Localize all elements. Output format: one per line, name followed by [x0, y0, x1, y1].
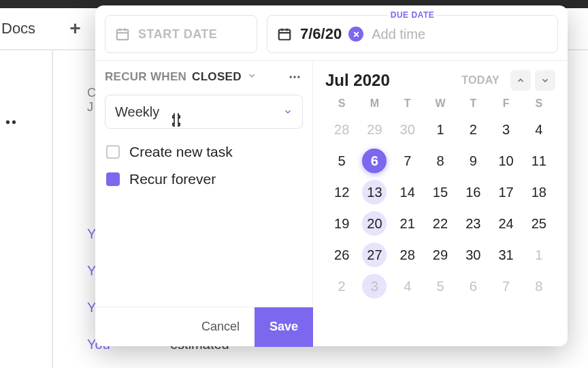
calendar-weekday-row: SMTWTFS — [325, 97, 555, 110]
calendar-day[interactable]: 8 — [424, 145, 457, 177]
calendar-day[interactable]: 14 — [391, 177, 424, 208]
calendar-day[interactable]: 30 — [457, 239, 489, 271]
svg-point-3 — [293, 76, 295, 78]
cancel-button[interactable]: Cancel — [186, 307, 255, 347]
calendar-weekday: T — [457, 97, 489, 110]
recurrence-footer: Cancel Save — [95, 307, 313, 346]
calendar-icon — [115, 27, 130, 42]
more-icon[interactable]: •• — [5, 114, 18, 130]
calendar-day[interactable]: 20 — [358, 208, 391, 239]
calendar-day[interactable]: 4 — [391, 271, 424, 302]
calendar-day[interactable]: 19 — [325, 208, 358, 239]
svg-point-4 — [297, 76, 299, 78]
calendar-weekday: M — [358, 97, 391, 110]
add-time-button[interactable]: Add time — [372, 27, 425, 42]
calendar-day[interactable]: 28 — [391, 239, 424, 271]
svg-rect-1 — [279, 30, 291, 40]
calendar-day[interactable]: 2 — [325, 271, 358, 302]
start-date-field[interactable]: START DATE — [105, 15, 257, 53]
save-button[interactable]: Save — [255, 307, 313, 347]
calendar-day[interactable]: 7 — [391, 145, 424, 177]
calendar-day[interactable]: 16 — [457, 177, 489, 208]
calendar-day[interactable]: 11 — [523, 145, 555, 177]
toolbar-add[interactable]: + — [69, 18, 80, 40]
calendar-day[interactable]: 6 — [457, 271, 489, 302]
prev-month-button[interactable] — [510, 70, 531, 91]
calendar-weekday: F — [489, 97, 522, 110]
calendar-day[interactable]: 5 — [424, 271, 457, 302]
calendar-day[interactable]: 17 — [489, 177, 522, 208]
calendar-day[interactable]: 12 — [325, 177, 358, 208]
calendar-day[interactable]: 18 — [523, 177, 555, 208]
chevron-down-icon[interactable] — [247, 70, 257, 84]
calendar-day[interactable]: 25 — [523, 208, 555, 239]
more-options-button[interactable] — [287, 69, 303, 85]
frequency-select[interactable]: Weekly — [105, 95, 303, 129]
calendar-weekday: T — [391, 97, 424, 110]
option-label: Recur forever — [129, 171, 216, 187]
recur-forever-option[interactable]: Recur forever — [105, 166, 303, 193]
calendar-pane: Jul 2020 TODAY SMTWTFS 28293012345678910… — [313, 61, 568, 346]
calendar-day[interactable]: 4 — [523, 114, 555, 145]
cursor-icon — [168, 112, 184, 129]
calendar-day[interactable]: 3 — [358, 271, 391, 302]
calendar-day[interactable]: 30 — [391, 114, 424, 145]
calendar-day[interactable]: 29 — [358, 114, 391, 145]
start-date-placeholder: START DATE — [138, 27, 217, 42]
next-month-button[interactable] — [535, 70, 555, 91]
calendar-day[interactable]: 9 — [457, 145, 489, 177]
calendar-weekday: W — [424, 97, 457, 110]
toolbar-docs[interactable]: Docs — [1, 20, 35, 37]
calendar-day[interactable]: 1 — [523, 239, 555, 271]
due-date-label: DUE DATE — [388, 10, 437, 20]
calendar-day[interactable]: 3 — [489, 114, 522, 145]
calendar-weekday: S — [523, 97, 555, 110]
calendar-day[interactable]: 26 — [325, 239, 358, 271]
today-button[interactable]: TODAY — [461, 74, 500, 87]
create-new-task-option[interactable]: Create new task — [105, 138, 303, 166]
calendar-day[interactable]: 29 — [424, 239, 457, 271]
calendar-day[interactable]: 5 — [325, 145, 358, 177]
due-date-field[interactable]: DUE DATE 7/6/20 Add time — [267, 15, 558, 53]
calendar-day[interactable]: 31 — [489, 239, 522, 271]
calendar-day[interactable]: 21 — [391, 208, 424, 239]
calendar-day[interactable]: 27 — [358, 239, 391, 271]
checkbox-icon — [106, 145, 120, 159]
recur-state[interactable]: CLOSED — [192, 70, 242, 84]
calendar-day[interactable]: 6 — [358, 145, 391, 177]
calendar-icon — [277, 27, 292, 42]
calendar-day[interactable]: 10 — [489, 145, 522, 177]
calendar-day[interactable]: 13 — [358, 177, 391, 208]
calendar-day[interactable]: 24 — [489, 208, 522, 239]
calendar-day[interactable]: 23 — [457, 208, 489, 239]
date-recurrence-popover: START DATE DUE DATE 7/6/20 Add time RECU… — [95, 5, 568, 346]
option-label: Create new task — [129, 144, 233, 160]
calendar-grid: 2829301234567891011121314151617181920212… — [325, 114, 555, 302]
chevron-down-icon — [283, 104, 293, 120]
due-date-value: 7/6/20 — [300, 25, 342, 43]
calendar-day[interactable]: 1 — [424, 114, 457, 145]
calendar-day[interactable]: 15 — [424, 177, 457, 208]
calendar-day[interactable]: 8 — [523, 271, 555, 302]
calendar-day[interactable]: 7 — [489, 271, 522, 302]
recurrence-pane: RECUR WHEN CLOSED Weekly — [95, 61, 313, 346]
calendar-day[interactable]: 22 — [424, 208, 457, 239]
left-rail: •• — [0, 50, 53, 368]
clear-due-date-button[interactable] — [348, 27, 363, 42]
frequency-value: Weekly — [115, 104, 159, 120]
calendar-weekday: S — [325, 97, 358, 110]
svg-rect-0 — [117, 30, 129, 40]
checkbox-icon — [106, 172, 120, 186]
calendar-day[interactable]: 28 — [325, 114, 358, 145]
svg-point-2 — [290, 76, 292, 78]
calendar-day[interactable]: 2 — [457, 114, 489, 145]
recur-prefix: RECUR WHEN — [105, 70, 186, 84]
calendar-month-label: Jul 2020 — [325, 71, 390, 90]
